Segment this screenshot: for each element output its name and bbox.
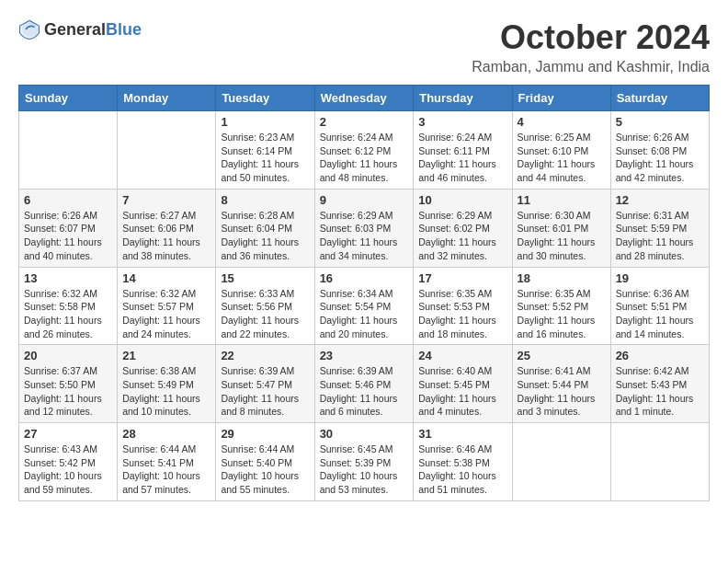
cell-info: Sunrise: 6:32 AM Sunset: 5:58 PM Dayligh… <box>24 287 112 341</box>
day-number: 3 <box>418 115 506 129</box>
day-number: 30 <box>320 427 409 441</box>
day-number: 25 <box>518 349 606 362</box>
calendar-cell: 28Sunrise: 6:44 AM Sunset: 5:41 PM Dayli… <box>118 423 216 501</box>
day-header-sunday: Sunday <box>19 86 118 111</box>
day-number: 19 <box>616 271 704 285</box>
calendar-cell: 10Sunrise: 6:29 AM Sunset: 6:02 PM Dayli… <box>414 189 512 267</box>
calendar-cell: 4Sunrise: 6:25 AM Sunset: 6:10 PM Daylig… <box>512 111 610 190</box>
calendar-cell <box>19 111 118 190</box>
cell-info: Sunrise: 6:33 AM Sunset: 5:56 PM Dayligh… <box>221 287 309 341</box>
logo-text-general: General <box>44 20 106 39</box>
day-number: 16 <box>320 271 409 285</box>
day-number: 23 <box>320 349 409 362</box>
calendar-cell: 25Sunrise: 6:41 AM Sunset: 5:44 PM Dayli… <box>512 345 610 423</box>
day-header-tuesday: Tuesday <box>216 86 314 111</box>
calendar-cell: 24Sunrise: 6:40 AM Sunset: 5:45 PM Dayli… <box>414 345 512 423</box>
calendar-cell: 27Sunrise: 6:43 AM Sunset: 5:42 PM Dayli… <box>19 423 118 501</box>
cell-info: Sunrise: 6:39 AM Sunset: 5:46 PM Dayligh… <box>320 364 409 419</box>
calendar-cell <box>512 423 610 501</box>
day-number: 5 <box>616 115 704 129</box>
cell-info: Sunrise: 6:24 AM Sunset: 6:11 PM Dayligh… <box>418 131 506 185</box>
day-number: 11 <box>518 193 606 207</box>
cell-info: Sunrise: 6:29 AM Sunset: 6:02 PM Dayligh… <box>418 209 506 263</box>
cell-info: Sunrise: 6:44 AM Sunset: 5:40 PM Dayligh… <box>221 442 309 497</box>
cell-info: Sunrise: 6:34 AM Sunset: 5:54 PM Dayligh… <box>320 287 409 341</box>
calendar-cell: 11Sunrise: 6:30 AM Sunset: 6:01 PM Dayli… <box>512 189 610 267</box>
cell-info: Sunrise: 6:39 AM Sunset: 5:47 PM Dayligh… <box>221 364 309 419</box>
calendar-cell: 3Sunrise: 6:24 AM Sunset: 6:11 PM Daylig… <box>414 111 512 190</box>
cell-info: Sunrise: 6:37 AM Sunset: 5:50 PM Dayligh… <box>24 364 112 419</box>
day-number: 26 <box>616 349 704 362</box>
calendar-cell: 29Sunrise: 6:44 AM Sunset: 5:40 PM Dayli… <box>216 423 314 501</box>
day-number: 17 <box>418 271 506 285</box>
calendar-cell: 19Sunrise: 6:36 AM Sunset: 5:51 PM Dayli… <box>610 267 709 345</box>
day-number: 24 <box>418 349 506 362</box>
calendar-cell: 22Sunrise: 6:39 AM Sunset: 5:47 PM Dayli… <box>216 345 314 423</box>
title-block: October 2024 Ramban, Jammu and Kashmir, … <box>472 18 710 75</box>
logo-text-blue: Blue <box>106 20 142 39</box>
cell-info: Sunrise: 6:41 AM Sunset: 5:44 PM Dayligh… <box>518 364 606 419</box>
calendar-cell: 30Sunrise: 6:45 AM Sunset: 5:39 PM Dayli… <box>314 423 414 501</box>
calendar-cell: 16Sunrise: 6:34 AM Sunset: 5:54 PM Dayli… <box>314 267 414 345</box>
calendar-header-row: SundayMondayTuesdayWednesdayThursdayFrid… <box>19 86 710 111</box>
day-number: 2 <box>320 115 409 129</box>
month-title: October 2024 <box>472 18 710 57</box>
calendar-cell: 9Sunrise: 6:29 AM Sunset: 6:03 PM Daylig… <box>314 189 414 267</box>
day-header-thursday: Thursday <box>414 86 512 111</box>
day-number: 28 <box>122 427 210 441</box>
day-number: 22 <box>221 349 309 362</box>
calendar-cell: 12Sunrise: 6:31 AM Sunset: 5:59 PM Dayli… <box>610 189 709 267</box>
logo: GeneralBlue <box>18 18 142 40</box>
day-number: 4 <box>518 115 606 129</box>
week-row-3: 13Sunrise: 6:32 AM Sunset: 5:58 PM Dayli… <box>19 267 710 345</box>
calendar-cell: 8Sunrise: 6:28 AM Sunset: 6:04 PM Daylig… <box>216 189 314 267</box>
calendar-table: SundayMondayTuesdayWednesdayThursdayFrid… <box>18 85 710 501</box>
day-number: 1 <box>221 115 309 129</box>
week-row-1: 1Sunrise: 6:23 AM Sunset: 6:14 PM Daylig… <box>19 111 710 190</box>
cell-info: Sunrise: 6:38 AM Sunset: 5:49 PM Dayligh… <box>122 364 210 419</box>
day-number: 13 <box>24 271 112 285</box>
day-number: 6 <box>24 193 112 207</box>
calendar-cell: 26Sunrise: 6:42 AM Sunset: 5:43 PM Dayli… <box>610 345 709 423</box>
calendar-cell: 13Sunrise: 6:32 AM Sunset: 5:58 PM Dayli… <box>19 267 118 345</box>
week-row-2: 6Sunrise: 6:26 AM Sunset: 6:07 PM Daylig… <box>19 189 710 267</box>
day-number: 8 <box>221 193 309 207</box>
cell-info: Sunrise: 6:26 AM Sunset: 6:08 PM Dayligh… <box>616 131 704 185</box>
day-number: 21 <box>122 349 210 362</box>
logo-icon <box>18 18 40 40</box>
cell-info: Sunrise: 6:24 AM Sunset: 6:12 PM Dayligh… <box>320 131 409 185</box>
cell-info: Sunrise: 6:44 AM Sunset: 5:41 PM Dayligh… <box>122 442 210 497</box>
cell-info: Sunrise: 6:46 AM Sunset: 5:38 PM Dayligh… <box>418 442 506 497</box>
calendar-cell: 21Sunrise: 6:38 AM Sunset: 5:49 PM Dayli… <box>118 345 216 423</box>
cell-info: Sunrise: 6:31 AM Sunset: 5:59 PM Dayligh… <box>616 209 704 263</box>
calendar-cell: 7Sunrise: 6:27 AM Sunset: 6:06 PM Daylig… <box>118 189 216 267</box>
calendar-cell: 23Sunrise: 6:39 AM Sunset: 5:46 PM Dayli… <box>314 345 414 423</box>
day-number: 12 <box>616 193 704 207</box>
day-number: 7 <box>122 193 210 207</box>
calendar-cell: 5Sunrise: 6:26 AM Sunset: 6:08 PM Daylig… <box>610 111 709 190</box>
day-header-friday: Friday <box>512 86 610 111</box>
cell-info: Sunrise: 6:26 AM Sunset: 6:07 PM Dayligh… <box>24 209 112 263</box>
calendar-cell: 17Sunrise: 6:35 AM Sunset: 5:53 PM Dayli… <box>414 267 512 345</box>
calendar-cell: 31Sunrise: 6:46 AM Sunset: 5:38 PM Dayli… <box>414 423 512 501</box>
cell-info: Sunrise: 6:23 AM Sunset: 6:14 PM Dayligh… <box>221 131 309 185</box>
cell-info: Sunrise: 6:27 AM Sunset: 6:06 PM Dayligh… <box>122 209 210 263</box>
cell-info: Sunrise: 6:35 AM Sunset: 5:53 PM Dayligh… <box>418 287 506 341</box>
day-number: 27 <box>24 427 112 441</box>
day-number: 18 <box>518 271 606 285</box>
cell-info: Sunrise: 6:25 AM Sunset: 6:10 PM Dayligh… <box>518 131 606 185</box>
calendar-cell: 1Sunrise: 6:23 AM Sunset: 6:14 PM Daylig… <box>216 111 314 190</box>
day-header-saturday: Saturday <box>610 86 709 111</box>
cell-info: Sunrise: 6:42 AM Sunset: 5:43 PM Dayligh… <box>616 364 704 419</box>
cell-info: Sunrise: 6:30 AM Sunset: 6:01 PM Dayligh… <box>518 209 606 263</box>
calendar-cell: 18Sunrise: 6:35 AM Sunset: 5:52 PM Dayli… <box>512 267 610 345</box>
calendar-cell: 2Sunrise: 6:24 AM Sunset: 6:12 PM Daylig… <box>314 111 414 190</box>
day-number: 15 <box>221 271 309 285</box>
page-header: GeneralBlue October 2024 Ramban, Jammu a… <box>18 18 710 75</box>
cell-info: Sunrise: 6:36 AM Sunset: 5:51 PM Dayligh… <box>616 287 704 341</box>
day-number: 9 <box>320 193 409 207</box>
week-row-4: 20Sunrise: 6:37 AM Sunset: 5:50 PM Dayli… <box>19 345 710 423</box>
day-number: 31 <box>418 427 506 441</box>
cell-info: Sunrise: 6:43 AM Sunset: 5:42 PM Dayligh… <box>24 442 112 497</box>
day-header-wednesday: Wednesday <box>314 86 414 111</box>
